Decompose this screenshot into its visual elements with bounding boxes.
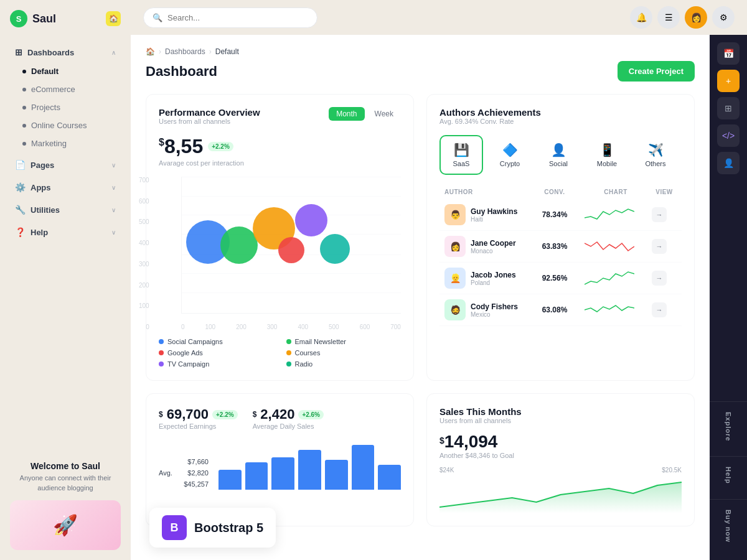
nav-group-utilities: 🔧 Utilities ∨ <box>0 200 131 220</box>
menu-button[interactable]: ☰ <box>657 6 680 29</box>
sidebar-item-utilities[interactable]: 🔧 Utilities ∨ <box>5 200 126 220</box>
performance-badge: +2.2% <box>208 142 233 151</box>
avatar-cody: 🧔 <box>444 299 466 320</box>
sidebar: S Saul 🏠 ⊞ Dashboards ∧ Default <box>0 0 131 560</box>
authors-card: Authors Achievements Avg. 69.34% Conv. R… <box>426 94 695 381</box>
conv-value: 63.08% <box>530 306 580 314</box>
sales-value: $ 14,094 <box>439 432 682 452</box>
nav-dot <box>22 88 26 91</box>
rp-code-button[interactable]: </> <box>717 124 740 147</box>
notification-button[interactable]: 🔔 <box>630 6 652 29</box>
legend-dot-email <box>286 339 291 344</box>
rp-user-button[interactable]: 👤 <box>717 152 740 174</box>
sidebar-item-pages[interactable]: 📄 Pages ∨ <box>5 155 126 175</box>
mini-chart-3 <box>585 269 647 287</box>
view-button-1[interactable]: → <box>652 207 667 222</box>
bar-5 <box>325 460 348 490</box>
expected-earnings: $ 69,700 +2.2% Expected Earnings <box>159 406 238 430</box>
settings-button[interactable]: ⚙ <box>712 6 735 29</box>
performance-card: Performance Overview Users from all chan… <box>146 94 414 381</box>
bubble-radio <box>278 237 304 263</box>
daily-label: Average Daily Sales <box>253 422 324 430</box>
authors-subtitle: Avg. 69.34% Conv. Rate <box>439 118 541 125</box>
rp-calendar-button[interactable]: 📅 <box>717 42 740 65</box>
sales-row: $45,257 <box>159 478 209 490</box>
rp-layout-button[interactable]: ⊞ <box>717 97 740 119</box>
mini-chart-4 <box>585 301 647 319</box>
author-row: 👨 Guy Hawkins Haiti 78.34% <box>439 199 682 231</box>
author-tab-mobile[interactable]: 📱 Mobile <box>585 135 629 175</box>
sidebar-nav: ⊞ Dashboards ∧ Default eCommerce Project… <box>0 37 131 451</box>
author-name: Jacob Jones <box>471 271 516 279</box>
author-name: Guy Hawkins <box>471 207 517 216</box>
legend-radio: Radio <box>286 360 402 368</box>
search-input[interactable] <box>167 13 308 22</box>
sidebar-item-ecommerce[interactable]: eCommerce <box>5 80 126 98</box>
explore-label[interactable]: Explore <box>725 407 732 446</box>
legend-dot-social <box>159 339 164 344</box>
sidebar-item-online-courses[interactable]: Online Courses <box>5 116 126 134</box>
sidebar-item-apps[interactable]: ⚙️ Apps ∨ <box>5 177 126 197</box>
view-button-3[interactable]: → <box>652 271 667 286</box>
create-project-button[interactable]: Create Project <box>618 61 695 82</box>
chevron-down-icon: ∨ <box>111 207 116 213</box>
sidebar-item-dashboards[interactable]: ⊞ Dashboards ∧ <box>5 42 126 62</box>
sidebar-item-help[interactable]: ❓ Help ∨ <box>5 222 126 242</box>
sales-title: Sales This Months <box>439 406 682 417</box>
legend-dot-google <box>159 350 164 355</box>
app-logo-icon: S <box>10 10 27 27</box>
chart-area <box>182 177 401 313</box>
performance-tabs: Month Week <box>329 107 401 121</box>
author-row: 👩 Jane Cooper Monaco 63.83% <box>439 231 682 263</box>
bar-4 <box>298 450 321 490</box>
welcome-subtitle: Anyone can connect with their audience b… <box>10 474 121 493</box>
tab-week[interactable]: Week <box>367 107 401 121</box>
conv-value: 63.83% <box>530 242 580 251</box>
sales-subtitle: Users from all channels <box>439 417 682 424</box>
search-box[interactable]: 🔍 <box>143 7 317 28</box>
tab-month[interactable]: Month <box>329 107 364 121</box>
nav-group-pages: 📄 Pages ∨ <box>0 155 131 175</box>
nav-group-dashboards: ⊞ Dashboards ∧ Default eCommerce Project… <box>0 42 131 152</box>
expected-label: Expected Earnings <box>159 422 238 430</box>
rp-add-button[interactable]: + <box>717 70 740 92</box>
author-tab-saas[interactable]: 💾 SaaS <box>439 135 483 175</box>
breadcrumb: 🏠 › Dashboards › Default <box>146 47 695 56</box>
sidebar-item-default[interactable]: Default <box>5 62 126 80</box>
breadcrumb-dashboards[interactable]: Dashboards <box>165 47 205 56</box>
author-tab-social[interactable]: 👤 Social <box>537 135 580 175</box>
sales-values: $7,660 Avg. $2,820 $45,257 <box>159 456 209 490</box>
earnings-bottom: $7,660 Avg. $2,820 $45,257 <box>159 440 401 490</box>
nav-dot <box>22 106 26 110</box>
header-actions: 🔔 ☰ 👩 ⚙ <box>630 6 735 29</box>
chevron-up-icon: ∧ <box>111 49 116 56</box>
author-info: 🧔 Cody Fishers Mexico <box>444 299 525 320</box>
toggle-sidebar-button[interactable]: 🏠 <box>106 11 121 26</box>
buy-label[interactable]: Buy now <box>725 505 732 548</box>
bar-7 <box>378 465 401 490</box>
author-row: 👱 Jacob Jones Poland 92.56% <box>439 263 682 294</box>
view-button-2[interactable]: → <box>652 239 667 254</box>
content-area: 🏠 › Dashboards › Default Dashboard Creat… <box>131 35 747 560</box>
avatar[interactable]: 👩 <box>685 6 707 29</box>
header: 🔍 🔔 ☰ 👩 ⚙ <box>131 0 747 35</box>
author-tab-others[interactable]: ✈️ Others <box>634 135 677 175</box>
author-tab-crypto[interactable]: 🔷 Crypto <box>488 135 532 175</box>
view-button-4[interactable]: → <box>652 302 667 317</box>
bar-chart <box>218 440 401 490</box>
sales-row: Avg. $2,820 <box>159 467 209 478</box>
breadcrumb-home-icon[interactable]: 🏠 <box>146 47 155 56</box>
page-header: Dashboard Create Project <box>146 61 695 82</box>
nav-dot <box>22 142 26 146</box>
bubble-tv <box>295 204 327 236</box>
author-info: 👱 Jacob Jones Poland <box>444 268 525 289</box>
buy-section: Buy now <box>710 499 747 553</box>
sales-area-chart <box>439 476 682 513</box>
sidebar-item-marketing[interactable]: Marketing <box>5 134 126 152</box>
nav-group-help: ❓ Help ∨ <box>0 222 131 242</box>
nav-group-apps: ⚙️ Apps ∨ <box>0 177 131 197</box>
sidebar-item-projects[interactable]: Projects <box>5 98 126 116</box>
conv-value: 92.56% <box>530 274 580 282</box>
legend-social: Social Campaigns <box>159 338 274 345</box>
help-label[interactable]: Help <box>725 462 732 489</box>
